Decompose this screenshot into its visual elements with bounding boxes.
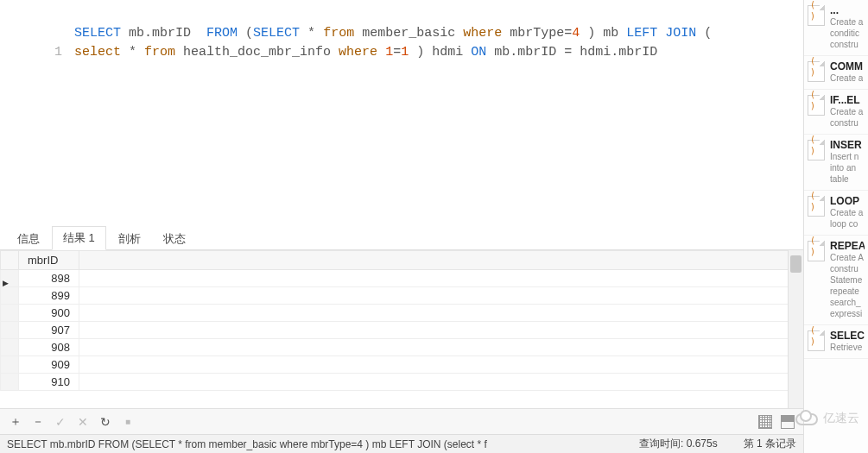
snippet-desc: Create a loop co xyxy=(830,207,865,230)
table-row[interactable]: 900 xyxy=(1,305,803,322)
result-grid[interactable]: mbrID 898899900907908909910 xyxy=(0,250,803,408)
row-marker xyxy=(1,270,19,287)
snippet-icon: ( ) xyxy=(808,95,825,116)
snippet-title: IF...EL xyxy=(830,95,865,106)
snippet-desc: Create a constru xyxy=(830,106,865,129)
grid-col-blank xyxy=(79,251,803,270)
snippet-item[interactable]: ( )COMMCreate a xyxy=(804,56,868,90)
scroll-thumb[interactable] xyxy=(790,255,801,273)
grid-scrollbar[interactable] xyxy=(788,250,803,408)
grid-toolbar: ＋ － ✓ ✕ ↻ ■ xyxy=(0,408,803,434)
snippet-title: ... xyxy=(830,5,865,16)
cell-blank xyxy=(79,339,803,356)
snippet-icon: ( ) xyxy=(808,61,825,82)
cancel-button[interactable]: ✕ xyxy=(76,415,90,429)
snippet-sidebar[interactable]: ( )...Create a conditic constru( )COMMCr… xyxy=(803,0,868,453)
snippet-desc: Insert n into an table xyxy=(830,151,865,185)
row-marker xyxy=(1,374,19,391)
status-record: 第 1 条记录 xyxy=(744,437,796,451)
view-form-icon[interactable] xyxy=(781,415,795,429)
snippet-item[interactable]: ( )...Create a conditic constru xyxy=(804,0,868,56)
cell-blank xyxy=(79,356,803,374)
cell-blank xyxy=(79,374,803,391)
snippet-desc: Create a xyxy=(830,72,863,84)
snippet-title: REPEA xyxy=(830,241,865,252)
snippet-title: COMM xyxy=(830,61,863,72)
row-marker xyxy=(1,322,19,339)
snippet-item[interactable]: ( )IF...ELCreate a constru xyxy=(804,90,868,135)
refresh-button[interactable]: ↻ xyxy=(98,415,112,429)
cell-mbrid[interactable]: 898 xyxy=(19,270,79,287)
view-grid-icon[interactable] xyxy=(758,415,772,429)
apply-button[interactable]: ✓ xyxy=(54,415,67,429)
snippet-item[interactable]: ( )SELECRetrieve xyxy=(804,325,868,359)
row-marker xyxy=(1,356,19,374)
snippet-desc: Retrieve xyxy=(830,342,865,353)
editor-gutter: 1 xyxy=(0,5,73,224)
cell-mbrid[interactable]: 910 xyxy=(19,374,79,391)
status-time: 查询时间: 0.675s xyxy=(639,437,718,451)
snippet-desc: Create A constru Stateme repeate search_… xyxy=(830,252,865,319)
row-marker xyxy=(1,287,19,305)
row-marker xyxy=(1,305,19,322)
grid-rowhead xyxy=(1,251,19,270)
tab-info[interactable]: 信息 xyxy=(7,228,50,250)
cell-blank xyxy=(79,305,803,322)
result-tabs: 信息 结果 1 剖析 状态 xyxy=(0,224,803,250)
snippet-icon: ( ) xyxy=(808,241,825,261)
status-query-text: SELECT mb.mbrID FROM (SELECT * from memb… xyxy=(7,438,613,450)
grid-col-mbrid[interactable]: mbrID xyxy=(19,251,79,270)
snippet-desc: Create a conditic constru xyxy=(830,16,865,50)
cell-mbrid[interactable]: 900 xyxy=(19,305,79,322)
grid-header-row: mbrID xyxy=(1,251,803,270)
table-row[interactable]: 908 xyxy=(1,339,803,356)
remove-row-button[interactable]: － xyxy=(31,415,45,429)
cell-mbrid[interactable]: 899 xyxy=(19,287,79,305)
snippet-icon: ( ) xyxy=(808,5,825,26)
tab-result1[interactable]: 结果 1 xyxy=(52,226,106,250)
tab-profile[interactable]: 剖析 xyxy=(108,228,151,250)
snippet-title: SELEC xyxy=(830,330,865,342)
stop-button[interactable]: ■ xyxy=(121,415,135,429)
snippet-title: INSER xyxy=(830,140,865,151)
snippet-item[interactable]: ( )REPEACreate A constru Stateme repeate… xyxy=(804,236,868,325)
editor-code[interactable]: SELECT mb.mbrID FROM (SELECT * from memb… xyxy=(73,5,803,224)
snippet-title: LOOP xyxy=(830,196,865,207)
table-row[interactable]: 909 xyxy=(1,356,803,374)
sql-editor[interactable]: 1 SELECT mb.mbrID FROM (SELECT * from me… xyxy=(0,0,803,224)
cell-blank xyxy=(79,287,803,305)
snippet-icon: ( ) xyxy=(808,196,825,217)
table-row[interactable]: 898 xyxy=(1,270,803,287)
cell-blank xyxy=(79,322,803,339)
cell-mbrid[interactable]: 909 xyxy=(19,356,79,374)
cell-mbrid[interactable]: 907 xyxy=(19,322,79,339)
status-bar: SELECT mb.mbrID FROM (SELECT * from memb… xyxy=(0,434,803,453)
cell-blank xyxy=(79,270,803,287)
cell-mbrid[interactable]: 908 xyxy=(19,339,79,356)
snippet-item[interactable]: ( )LOOPCreate a loop co xyxy=(804,191,868,236)
table-row[interactable]: 907 xyxy=(1,322,803,339)
table-row[interactable]: 910 xyxy=(1,374,803,391)
snippet-item[interactable]: ( )INSERInsert n into an table xyxy=(804,135,868,191)
snippet-icon: ( ) xyxy=(808,330,825,351)
snippet-icon: ( ) xyxy=(808,140,825,160)
row-marker xyxy=(1,339,19,356)
table-row[interactable]: 899 xyxy=(1,287,803,305)
tab-status[interactable]: 状态 xyxy=(153,228,196,250)
add-row-button[interactable]: ＋ xyxy=(9,415,22,429)
